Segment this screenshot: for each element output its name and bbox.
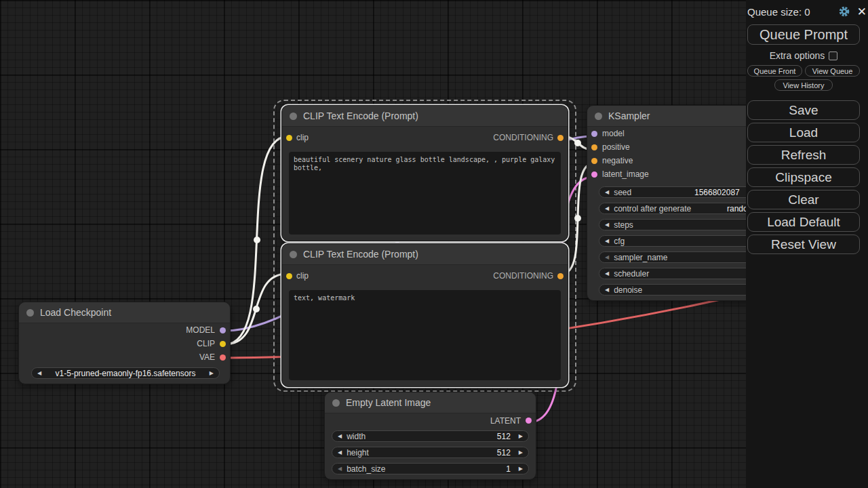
node-title-bar[interactable]: CLIP Text Encode (Prompt) <box>282 106 568 127</box>
node-ksampler[interactable]: KSampler model positive negative latent_… <box>587 105 756 301</box>
conditioning-slot-dot[interactable] <box>591 144 597 150</box>
node-title-bar[interactable]: Empty Latent Image <box>325 392 536 413</box>
prev-arrow-icon[interactable]: ◀ <box>605 287 609 293</box>
control-after-generate-widget[interactable]: ◀ control after generate rando <box>599 203 752 214</box>
node-load-checkpoint[interactable]: Load Checkpoint MODEL CLIP VAE ◀ v1-5-pr… <box>18 302 231 384</box>
collapse-dot-icon[interactable] <box>290 251 297 258</box>
latent-slot-dot[interactable] <box>591 171 597 178</box>
queue-prompt-button[interactable]: Queue Prompt <box>747 24 860 45</box>
prev-arrow-icon[interactable]: ◀ <box>605 189 609 195</box>
clipspace-button[interactable]: Clipspace <box>747 167 860 187</box>
vae-slot-dot[interactable] <box>220 354 226 361</box>
input-slot-clip[interactable]: clip <box>286 271 309 281</box>
positive-prompt-textarea[interactable]: beautiful scenery nature glass bottle la… <box>289 152 561 235</box>
output-slot-conditioning[interactable]: CONDITIONING <box>493 133 564 142</box>
input-slot-model[interactable]: model <box>587 127 755 140</box>
link-midpoint-dot[interactable] <box>254 237 260 243</box>
width-value: 512 <box>497 432 511 441</box>
prev-arrow-icon[interactable]: ◀ <box>338 466 342 472</box>
widget-label: control after generate <box>614 204 691 214</box>
prev-arrow-icon[interactable]: ◀ <box>338 433 342 439</box>
node-empty-latent-image[interactable]: Empty Latent Image LATENT ◀ width 512 ▶ … <box>324 392 536 480</box>
input-label: clip <box>296 271 309 281</box>
prev-arrow-icon[interactable]: ◀ <box>605 254 609 260</box>
prev-arrow-icon[interactable]: ◀ <box>605 205 609 211</box>
clip-slot-dot[interactable] <box>286 273 292 279</box>
next-arrow-icon[interactable]: ▶ <box>519 449 523 455</box>
ckpt-name-widget[interactable]: ◀ v1-5-pruned-emaonly-fp16.safetensors ▶ <box>31 367 220 379</box>
model-slot-dot[interactable] <box>591 131 597 137</box>
link-midpoint-dot[interactable] <box>574 140 581 146</box>
close-icon[interactable]: ✕ <box>857 6 867 18</box>
input-slot-latent-image[interactable]: latent_image <box>587 167 755 181</box>
next-arrow-icon[interactable]: ▶ <box>519 433 523 439</box>
clear-button[interactable]: Clear <box>747 190 860 209</box>
view-queue-button[interactable]: View Queue <box>805 65 860 77</box>
node-title-bar[interactable]: KSampler <box>587 106 755 127</box>
queue-size-label: Queue size: 0 <box>747 6 810 18</box>
input-label: latent_image <box>602 169 649 179</box>
latent-slot-dot[interactable] <box>526 418 532 424</box>
queue-front-button[interactable]: Queue Front <box>747 65 802 77</box>
output-slot-clip[interactable]: CLIP <box>19 337 230 350</box>
view-history-button[interactable]: View History <box>774 79 833 91</box>
link-midpoint-dot[interactable] <box>574 215 581 222</box>
prev-arrow-icon[interactable]: ◀ <box>605 222 609 228</box>
input-slot-negative[interactable]: negative <box>587 154 755 167</box>
extra-options-checkbox[interactable] <box>829 52 837 60</box>
prev-arrow-icon[interactable]: ◀ <box>37 370 41 376</box>
reset-view-button[interactable]: Reset View <box>747 235 860 254</box>
node-title-bar[interactable]: CLIP Text Encode (Prompt) <box>282 244 568 265</box>
collapse-dot-icon[interactable] <box>332 399 340 407</box>
negative-prompt-textarea[interactable]: text, watermark <box>289 290 561 380</box>
input-slot-clip[interactable]: clip <box>286 133 309 142</box>
clip-slot-dot[interactable] <box>286 135 292 141</box>
save-button[interactable]: Save <box>747 100 860 120</box>
load-default-button[interactable]: Load Default <box>747 212 860 232</box>
prev-arrow-icon[interactable]: ◀ <box>605 238 609 244</box>
next-arrow-icon[interactable]: ▶ <box>519 466 523 472</box>
widget-label: seed <box>614 188 631 197</box>
conditioning-slot-dot[interactable] <box>557 135 564 141</box>
node-title-bar[interactable]: Load Checkpoint <box>19 302 230 323</box>
output-slot-conditioning[interactable]: CONDITIONING <box>493 271 564 281</box>
prev-arrow-icon[interactable]: ◀ <box>338 449 342 455</box>
height-widget[interactable]: ◀ height 512 ▶ <box>332 447 529 458</box>
collapse-dot-icon[interactable] <box>26 309 34 317</box>
input-label: model <box>602 129 625 138</box>
output-label: CONDITIONING <box>493 271 553 281</box>
widget-label: cfg <box>614 237 625 246</box>
model-slot-dot[interactable] <box>220 327 226 333</box>
clip-slot-dot[interactable] <box>220 341 226 347</box>
prev-arrow-icon[interactable]: ◀ <box>605 270 609 277</box>
refresh-button[interactable]: Refresh <box>747 145 860 165</box>
sampler-name-widget[interactable]: ◀ sampler_name <box>599 251 752 263</box>
input-slot-positive[interactable]: positive <box>587 140 755 154</box>
batch-size-widget[interactable]: ◀ batch_size 1 ▶ <box>332 463 529 474</box>
seed-widget[interactable]: ◀ seed 1566802087 <box>599 186 752 198</box>
output-label: LATENT <box>490 416 521 426</box>
conditioning-slot-dot[interactable] <box>591 158 597 164</box>
node-title-label: CLIP Text Encode (Prompt) <box>303 110 418 121</box>
denoise-widget[interactable]: ◀ denoise <box>599 284 752 296</box>
input-label: positive <box>602 142 630 152</box>
scheduler-widget[interactable]: ◀ scheduler <box>599 268 752 279</box>
output-slot-latent[interactable]: LATENT <box>325 413 536 428</box>
load-button[interactable]: Load <box>747 123 860 142</box>
link-midpoint-dot[interactable] <box>253 306 260 312</box>
cfg-widget[interactable]: ◀ cfg <box>599 235 752 247</box>
collapse-dot-icon[interactable] <box>595 113 602 120</box>
node-title-label: CLIP Text Encode (Prompt) <box>303 249 418 260</box>
width-widget[interactable]: ◀ width 512 ▶ <box>332 430 529 442</box>
output-slot-vae[interactable]: VAE <box>19 350 230 364</box>
settings-gear-icon[interactable] <box>838 5 850 18</box>
node-clip-text-encode-negative[interactable]: CLIP Text Encode (Prompt) clip CONDITION… <box>281 243 568 387</box>
collapse-dot-icon[interactable] <box>290 113 297 120</box>
node-clip-text-encode-positive[interactable]: CLIP Text Encode (Prompt) clip CONDITION… <box>281 105 568 241</box>
conditioning-slot-dot[interactable] <box>557 273 564 279</box>
steps-widget[interactable]: ◀ steps <box>599 219 752 230</box>
ckpt-name-value: v1-5-pruned-emaonly-fp16.safetensors <box>56 369 196 378</box>
output-slot-model[interactable]: MODEL <box>19 323 230 337</box>
next-arrow-icon[interactable]: ▶ <box>210 370 214 376</box>
comfy-menu-panel: Queue size: 0 ✕ Queue Prompt Extra optio… <box>746 0 868 488</box>
